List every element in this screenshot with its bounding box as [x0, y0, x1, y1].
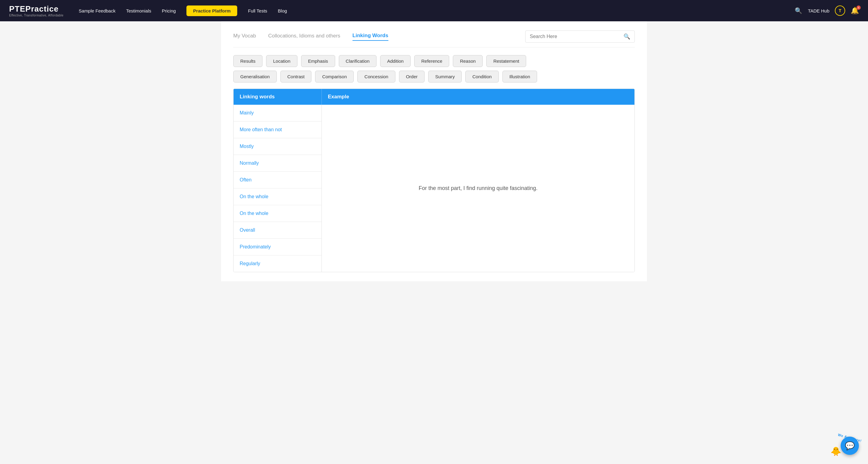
- word-item-on-the-whole-1[interactable]: On the whole: [234, 188, 321, 205]
- nav-testimonials[interactable]: Testimonials: [126, 8, 151, 13]
- tab-linking-words[interactable]: Linking Words: [352, 33, 389, 41]
- tade-hub-link[interactable]: TADE Hub: [808, 8, 829, 13]
- logo-text: PTEPractice: [9, 4, 64, 14]
- word-item-on-the-whole-2[interactable]: On the whole: [234, 205, 321, 222]
- logo[interactable]: PTEPractice Effective, Transformative, A…: [9, 4, 64, 17]
- table-body: Mainly More often than not Mostly Normal…: [234, 105, 634, 272]
- user-avatar[interactable]: T: [835, 5, 845, 16]
- search-box: 🔍: [525, 30, 635, 42]
- filter-location[interactable]: Location: [266, 55, 298, 67]
- tab-collocations[interactable]: Collocations, Idioms and others: [268, 33, 340, 40]
- logo-subtitle: Effective, Transformative, Affordable: [9, 14, 64, 17]
- filter-generalisation[interactable]: Generalisation: [233, 70, 277, 83]
- filter-reason[interactable]: Reason: [453, 55, 483, 67]
- filter-row-1: Results Location Emphasis Clarification …: [233, 55, 635, 67]
- nav-right: 🔍 TADE Hub T 🔔 6: [795, 5, 859, 16]
- filter-concession[interactable]: Concession: [358, 70, 395, 83]
- col-header-linking-words: Linking words: [234, 89, 322, 105]
- filter-clarification[interactable]: Clarification: [339, 55, 376, 67]
- nav-sample-feedback[interactable]: Sample Feedback: [79, 8, 116, 13]
- navbar: PTEPractice Effective, Transformative, A…: [0, 0, 868, 21]
- words-column: Mainly More often than not Mostly Normal…: [234, 105, 322, 272]
- word-item-predominately[interactable]: Predominately: [234, 239, 321, 256]
- chat-icon: 💬: [845, 441, 855, 451]
- word-item-overall[interactable]: Overall: [234, 222, 321, 239]
- filter-order[interactable]: Order: [399, 70, 425, 83]
- chat-bubble-button[interactable]: 💬: [841, 437, 859, 455]
- nav-blog[interactable]: Blog: [278, 8, 287, 13]
- search-icon-nav[interactable]: 🔍: [795, 7, 802, 14]
- filter-reference[interactable]: Reference: [414, 55, 449, 67]
- filter-summary[interactable]: Summary: [428, 70, 462, 83]
- example-text: For the most part, I find running quite …: [418, 185, 537, 192]
- filter-contrast[interactable]: Contrast: [280, 70, 312, 83]
- bell-icon[interactable]: 🔔 6: [851, 7, 859, 14]
- filter-comparison[interactable]: Comparison: [315, 70, 354, 83]
- search-input[interactable]: [530, 34, 623, 39]
- word-item-often[interactable]: Often: [234, 172, 321, 188]
- nav-links: Sample Feedback Testimonials Pricing Pra…: [79, 5, 786, 16]
- nav-pricing[interactable]: Pricing: [162, 8, 176, 13]
- example-column: For the most part, I find running quite …: [322, 105, 634, 272]
- logo-practice: Practice: [26, 4, 59, 13]
- filter-illustration[interactable]: Illustration: [502, 70, 537, 83]
- filter-restatement[interactable]: Restatement: [486, 55, 526, 67]
- word-item-mainly[interactable]: Mainly: [234, 105, 321, 121]
- tab-my-vocab[interactable]: My Vocab: [233, 33, 256, 40]
- search-button[interactable]: 🔍: [623, 33, 630, 40]
- col-header-example: Example: [322, 89, 634, 105]
- linking-words-table: Linking words Example Mainly More often …: [233, 89, 635, 272]
- user-initial: T: [839, 8, 841, 13]
- nav-full-tests[interactable]: Full Tests: [248, 8, 267, 13]
- filter-addition[interactable]: Addition: [380, 55, 411, 67]
- bell-badge: 6: [857, 5, 861, 10]
- nav-practice-platform[interactable]: Practice Platform: [186, 5, 237, 16]
- word-item-normally[interactable]: Normally: [234, 155, 321, 172]
- word-item-regularly[interactable]: Regularly: [234, 256, 321, 272]
- word-item-mostly[interactable]: Mostly: [234, 138, 321, 155]
- filter-row-2: Generalisation Contrast Comparison Conce…: [233, 70, 635, 83]
- table-header: Linking words Example: [234, 89, 634, 105]
- main-content: My Vocab Collocations, Idioms and others…: [221, 21, 647, 281]
- filter-results[interactable]: Results: [233, 55, 262, 67]
- logo-pte: PTE: [9, 4, 26, 13]
- filter-emphasis[interactable]: Emphasis: [301, 55, 335, 67]
- filter-condition[interactable]: Condition: [465, 70, 498, 83]
- tab-navigation: My Vocab Collocations, Idioms and others…: [233, 30, 635, 48]
- word-item-more-often-than-not[interactable]: More often than not: [234, 121, 321, 138]
- duck-icon: 🐥: [831, 446, 841, 456]
